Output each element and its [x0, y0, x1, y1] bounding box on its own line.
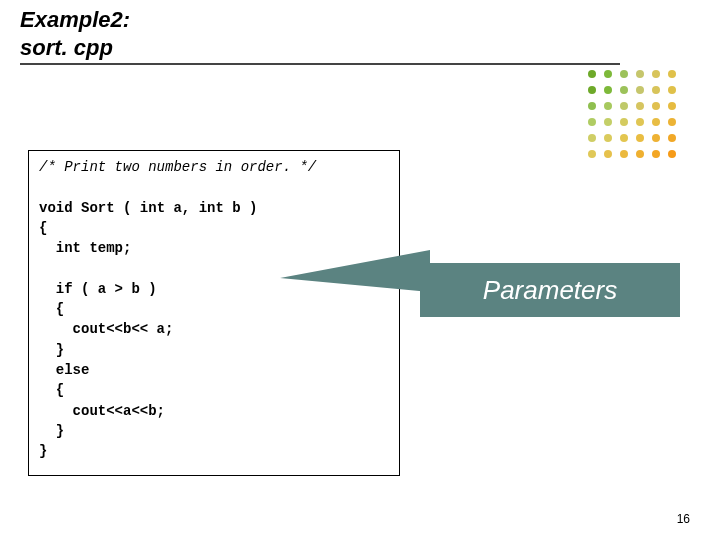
callout-label: Parameters: [483, 275, 617, 306]
decorative-dot: [620, 70, 628, 78]
decorative-dot: [668, 150, 676, 158]
decorative-dot: [652, 86, 660, 94]
code-if-open: {: [39, 301, 64, 317]
code-else-line: else: [39, 362, 89, 378]
decorative-dot: [588, 70, 596, 78]
decorative-dot: [636, 134, 644, 142]
code-if-line: if ( a > b ): [39, 281, 157, 297]
decorative-dot: [588, 118, 596, 126]
code-box: /* Print two numbers in order. */ void S…: [28, 150, 400, 476]
decorative-dot-grid: [588, 70, 680, 162]
callout-pointer: [280, 250, 430, 292]
decorative-dot: [636, 118, 644, 126]
decorative-dot: [652, 134, 660, 142]
code-parameters: int a, int b: [131, 198, 249, 218]
parameters-callout: Parameters: [420, 263, 680, 317]
slide-title-block: Example2: sort. cpp: [20, 6, 620, 65]
decorative-dot: [620, 134, 628, 142]
decorative-dot: [588, 134, 596, 142]
decorative-dot: [668, 102, 676, 110]
decorative-dot: [652, 118, 660, 126]
decorative-dot: [620, 118, 628, 126]
title-line-1: Example2:: [20, 6, 620, 34]
decorative-dot: [604, 86, 612, 94]
code-else-close: }: [39, 423, 64, 439]
title-underline: [20, 63, 620, 65]
decorative-dot: [652, 70, 660, 78]
code-if-close: }: [39, 342, 64, 358]
decorative-dot: [636, 102, 644, 110]
decorative-dot: [588, 86, 596, 94]
code-brace-close: }: [39, 443, 47, 459]
decorative-dot: [588, 102, 596, 110]
decorative-dot: [604, 102, 612, 110]
code-int-temp: int temp;: [39, 240, 131, 256]
decorative-dot: [620, 150, 628, 158]
code-void-sort: void Sort (: [39, 200, 131, 216]
code-comment: /* Print two numbers in order. */: [39, 159, 316, 175]
decorative-dot: [604, 134, 612, 142]
code-brace-open: {: [39, 220, 47, 236]
decorative-dot: [588, 150, 596, 158]
decorative-dot: [604, 150, 612, 158]
code-decl-close: ): [249, 200, 257, 216]
decorative-dot: [604, 118, 612, 126]
title-line-2: sort. cpp: [20, 34, 620, 62]
decorative-dot: [636, 86, 644, 94]
page-number: 16: [677, 512, 690, 526]
decorative-dot: [636, 150, 644, 158]
code-else-open: {: [39, 382, 64, 398]
decorative-dot: [668, 70, 676, 78]
code-cout-ab: cout<<a<<b;: [39, 403, 165, 419]
decorative-dot: [604, 70, 612, 78]
decorative-dot: [668, 86, 676, 94]
decorative-dot: [652, 150, 660, 158]
code-cout-ba: cout<<b<< a;: [39, 321, 173, 337]
decorative-dot: [620, 102, 628, 110]
decorative-dot: [636, 70, 644, 78]
decorative-dot: [652, 102, 660, 110]
decorative-dot: [668, 118, 676, 126]
decorative-dot: [668, 134, 676, 142]
decorative-dot: [620, 86, 628, 94]
